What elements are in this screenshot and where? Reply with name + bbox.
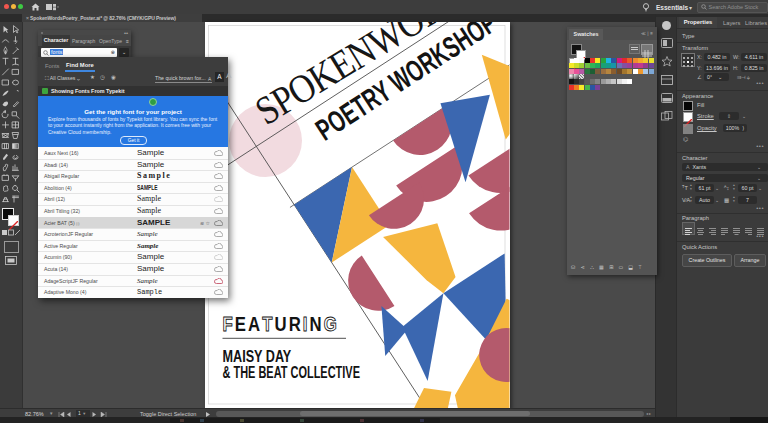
svg-text:FEATURING: FEATURING bbox=[223, 313, 339, 334]
svg-text:& THE BEAT COLLECTIVE: & THE BEAT COLLECTIVE bbox=[223, 362, 360, 381]
